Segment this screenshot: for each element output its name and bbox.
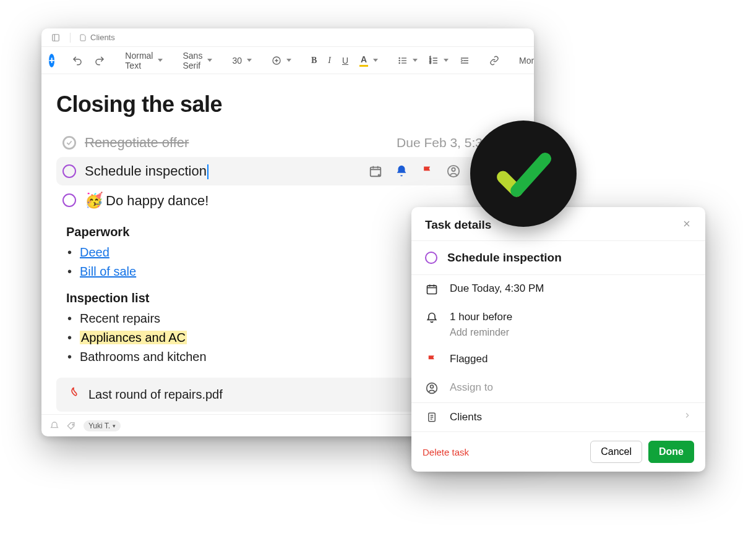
pdf-icon [67, 386, 80, 403]
highlighted-text: Appliances and AC [80, 331, 187, 344]
bold-button[interactable]: B [309, 53, 319, 68]
underline-button[interactable]: U [340, 53, 351, 68]
link-button[interactable] [487, 53, 502, 68]
editor-toolbar: + Normal Text Sans Serif 30 B I U A 123 [41, 47, 534, 74]
text-style-select[interactable]: Normal Text [122, 48, 165, 73]
indent-button[interactable] [457, 53, 472, 68]
task-text: Renegotiate offer [85, 135, 189, 151]
svg-point-3 [398, 59, 400, 61]
task-list: Renegotiate offer Due Feb 3, 5:30 PM Sch… [56, 129, 519, 215]
delete-task-link[interactable]: Delete task [423, 447, 469, 457]
done-button[interactable]: Done [648, 441, 694, 463]
assign-row[interactable]: Assign to [411, 374, 705, 402]
chevron-right-icon [683, 410, 692, 423]
svg-text:3: 3 [429, 61, 431, 64]
note-icon [425, 410, 439, 424]
text-cursor [207, 164, 208, 179]
reminder-value: 1 hour before [450, 311, 512, 323]
task-text[interactable]: Schedule inspection [85, 163, 208, 179]
close-button[interactable] [682, 218, 692, 232]
panel-title: Task details [425, 218, 491, 232]
task-row-active[interactable]: Schedule inspection [56, 157, 519, 185]
bell-icon [425, 311, 439, 325]
svg-rect-7 [402, 62, 406, 63]
font-family-select[interactable]: Sans Serif [180, 48, 215, 73]
task-row-done[interactable]: Renegotiate offer Due Feb 3, 5:30 PM [56, 129, 519, 157]
flag-icon [425, 353, 439, 367]
check-badge [470, 121, 577, 227]
more-button[interactable]: More [517, 53, 534, 68]
svg-point-4 [398, 62, 400, 64]
task-details-panel: Task details Schedule inspection Due Tod… [411, 207, 705, 472]
flag-row[interactable]: Flagged [411, 346, 705, 374]
font-size-select[interactable]: 30 [230, 53, 254, 68]
link-bill-of-sale[interactable]: Bill of sale [80, 265, 136, 278]
flag-button[interactable] [420, 164, 435, 179]
reminder-row[interactable]: 1 hour before Add reminder [411, 303, 705, 346]
person-icon [425, 381, 439, 395]
document-title[interactable]: Closing the sale [56, 91, 519, 117]
italic-button[interactable]: I [325, 53, 333, 68]
author-chip[interactable]: Yuki T. ▾ [84, 420, 121, 431]
top-strip: Clients [41, 28, 534, 47]
tag-footer-icon[interactable] [66, 420, 77, 431]
due-date-row[interactable]: Due Today, 4:30 PM [411, 275, 705, 303]
task-checkbox[interactable] [425, 252, 437, 264]
breadcrumb[interactable]: Clients [79, 33, 115, 42]
svg-point-2 [398, 57, 400, 59]
svg-point-11 [64, 137, 75, 148]
reminder-button[interactable] [394, 164, 409, 179]
due-date-value: Due Today, 4:30 PM [450, 282, 544, 295]
calendar-icon [425, 282, 439, 296]
redo-button[interactable] [92, 53, 108, 69]
svg-rect-0 [53, 34, 59, 41]
numbered-list-button[interactable]: 123 [426, 53, 451, 68]
svg-rect-19 [427, 286, 437, 294]
notebook-row[interactable]: Clients [411, 402, 705, 431]
set-due-date-button[interactable] [368, 164, 383, 179]
party-emoji-icon: 🥳 [85, 192, 103, 208]
add-reminder-link[interactable]: Add reminder [450, 327, 512, 338]
insert-button[interactable]: + [49, 54, 54, 67]
insert-plus-dropdown[interactable] [269, 53, 294, 68]
text-color-button[interactable]: A [357, 52, 380, 69]
divider [70, 33, 71, 43]
svg-point-21 [431, 385, 434, 388]
svg-rect-5 [402, 57, 406, 58]
cancel-button[interactable]: Cancel [590, 441, 642, 463]
panel-task-title-row[interactable]: Schedule inspection [411, 241, 705, 275]
reminder-footer-icon[interactable] [49, 420, 60, 431]
author-name: Yuki T. [88, 422, 110, 430]
notebook-name: Clients [450, 411, 482, 423]
panel-task-title: Schedule inspection [447, 251, 562, 265]
panel-footer: Delete task Cancel Done [411, 431, 705, 472]
task-checkbox[interactable] [62, 164, 76, 178]
assign-button[interactable] [446, 164, 461, 179]
assign-placeholder: Assign to [450, 381, 493, 394]
task-checkbox[interactable] [62, 136, 76, 150]
bullet-list-button[interactable] [395, 53, 420, 68]
svg-point-18 [72, 424, 74, 425]
flag-value: Flagged [450, 353, 487, 365]
task-text: 🥳Do happy dance! [85, 192, 208, 209]
attachment-name: Last round of repairs.pdf [88, 388, 223, 402]
undo-button[interactable] [69, 53, 85, 69]
svg-rect-6 [402, 60, 406, 61]
link-deed[interactable]: Deed [80, 245, 110, 259]
breadcrumb-label: Clients [90, 33, 115, 42]
svg-point-14 [452, 168, 455, 172]
task-checkbox[interactable] [62, 193, 76, 207]
expand-icon[interactable] [50, 32, 61, 43]
